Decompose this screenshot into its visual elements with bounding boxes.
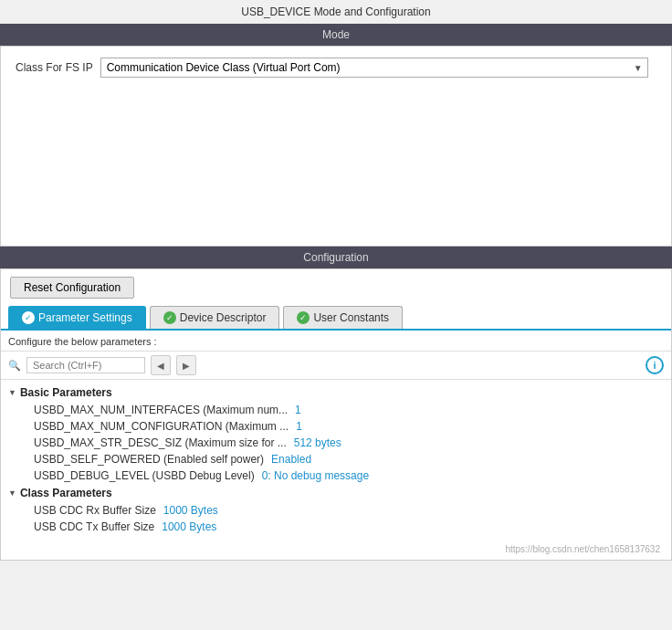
param-name: USB CDC Tx Buffer Size bbox=[34, 520, 154, 533]
param-value: 1 bbox=[295, 404, 301, 416]
tab-check-icon-2: ✓ bbox=[163, 311, 176, 324]
class-field-row: Class For FS IP Communication Device Cla… bbox=[16, 58, 656, 78]
param-value: 0: No debug message bbox=[262, 469, 369, 482]
table-row: USB CDC Rx Buffer Size 1000 Bytes bbox=[8, 502, 664, 519]
search-icon: 🔍 bbox=[8, 360, 21, 372]
param-value: 1000 Bytes bbox=[162, 520, 216, 533]
param-value: 1 bbox=[296, 420, 302, 433]
table-row: USB CDC Tx Buffer Size 1000 Bytes bbox=[8, 519, 664, 535]
class-select[interactable]: Communication Device Class (Virtual Port… bbox=[100, 58, 648, 78]
table-row: USBD_MAX_NUM_CONFIGURATION (Maximum ... … bbox=[8, 418, 664, 435]
param-name: USBD_SELF_POWERED (Enabled self power) bbox=[34, 453, 264, 466]
param-value: Enabled bbox=[271, 453, 311, 466]
tab-check-icon-3: ✓ bbox=[297, 311, 310, 324]
mode-section-header: Mode bbox=[0, 24, 672, 46]
param-name: USBD_MAX_NUM_CONFIGURATION (Maximum ... bbox=[34, 420, 289, 433]
tabs-row: ✓ Parameter Settings ✓ Device Descriptor… bbox=[1, 306, 671, 331]
param-name: USBD_MAX_STR_DESC_SIZ (Maximum size for … bbox=[34, 436, 287, 449]
mode-section: Class For FS IP Communication Device Cla… bbox=[0, 46, 672, 247]
params-tree: ▼ Basic Parameters USBD_MAX_NUM_INTERFAC… bbox=[1, 380, 671, 539]
tab-user-constants[interactable]: ✓ User Constants bbox=[283, 306, 403, 329]
info-icon[interactable]: i bbox=[646, 356, 664, 374]
tab-check-icon: ✓ bbox=[22, 311, 35, 324]
config-section: Reset Configuration ✓ Parameter Settings… bbox=[0, 268, 672, 561]
config-section-header: Configuration bbox=[0, 247, 672, 268]
tab-device-descriptor[interactable]: ✓ Device Descriptor bbox=[150, 306, 280, 329]
tab-label-device-descriptor: Device Descriptor bbox=[180, 311, 267, 324]
nav-next-button[interactable]: ▶ bbox=[176, 355, 196, 375]
class-select-wrapper: Communication Device Class (Virtual Port… bbox=[100, 58, 648, 78]
table-row: USBD_DEBUG_LEVEL (USBD Debug Level) 0: N… bbox=[8, 467, 664, 484]
table-row: USBD_MAX_STR_DESC_SIZ (Maximum size for … bbox=[8, 435, 664, 451]
group-basic-label: Basic Parameters bbox=[20, 386, 112, 399]
param-name: USB CDC Rx Buffer Size bbox=[34, 504, 156, 517]
table-row: USBD_MAX_NUM_INTERFACES (Maximum num... … bbox=[8, 402, 664, 418]
group-class-parameters[interactable]: ▼ Class Parameters bbox=[8, 484, 664, 502]
search-nav-row: 🔍 ◀ ▶ i bbox=[1, 352, 671, 380]
chevron-basic-icon: ▼ bbox=[8, 388, 16, 397]
search-input[interactable] bbox=[26, 357, 145, 373]
param-name: USBD_MAX_NUM_INTERFACES (Maximum num... bbox=[34, 404, 288, 416]
param-name: USBD_DEBUG_LEVEL (USBD Debug Level) bbox=[34, 469, 255, 482]
chevron-class-icon: ▼ bbox=[8, 488, 16, 498]
nav-prev-button[interactable]: ◀ bbox=[151, 355, 171, 375]
configure-text: Configure the below parameters : bbox=[1, 331, 671, 352]
reset-config-button[interactable]: Reset Configuration bbox=[10, 277, 134, 299]
window-title: USB_DEVICE Mode and Configuration bbox=[0, 0, 672, 24]
tab-label-user-constants: User Constants bbox=[313, 311, 389, 324]
param-value: 1000 Bytes bbox=[163, 504, 218, 517]
table-row: USBD_SELF_POWERED (Enabled self power) E… bbox=[8, 451, 664, 467]
watermark: https://blog.csdn.net/chen1658137632 bbox=[1, 539, 671, 560]
tab-label-parameter-settings: Parameter Settings bbox=[38, 311, 132, 324]
class-label: Class For FS IP bbox=[16, 61, 93, 74]
group-class-label: Class Parameters bbox=[20, 487, 112, 499]
tab-parameter-settings[interactable]: ✓ Parameter Settings bbox=[8, 306, 146, 329]
param-value: 512 bytes bbox=[294, 436, 341, 449]
group-basic-parameters[interactable]: ▼ Basic Parameters bbox=[8, 383, 664, 402]
